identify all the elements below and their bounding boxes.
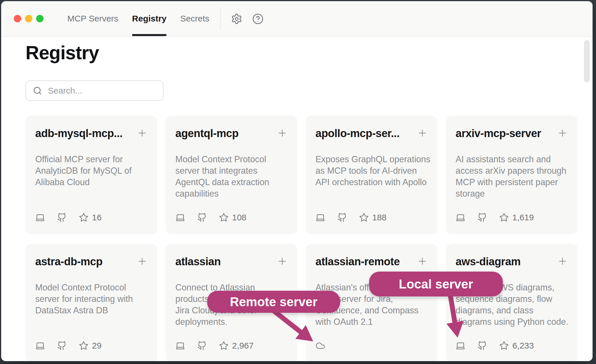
zoom-window-button[interactable]: [36, 15, 44, 22]
add-server-button[interactable]: [557, 128, 568, 139]
github-icon: [477, 213, 487, 222]
laptop-icon: [456, 213, 465, 222]
scrollbar-thumb[interactable]: [584, 40, 590, 82]
github-icon: [57, 213, 67, 222]
github-icon: [337, 213, 347, 222]
server-meta: [315, 341, 325, 351]
tab-label: MCP Servers: [67, 14, 118, 23]
card-header: aws-diagram: [456, 255, 568, 268]
server-type-icons: [175, 341, 207, 351]
tab-secrets[interactable]: Secrets: [180, 1, 209, 36]
star-icon: [219, 341, 229, 351]
star-rating: 188: [359, 213, 387, 222]
close-window-button[interactable]: [14, 15, 21, 22]
active-tab-underline: [132, 34, 166, 36]
server-description: Model Context Protocol server that integ…: [175, 153, 288, 199]
server-name: atlassian: [175, 255, 221, 268]
plus-icon: [137, 128, 148, 139]
star-rating: 6,233: [499, 341, 534, 351]
tab-label: Secrets: [180, 14, 209, 23]
add-server-button[interactable]: [277, 256, 288, 268]
cloud-icon: [315, 341, 325, 351]
server-name: atlassian-remote: [315, 255, 400, 268]
plus-icon: [557, 128, 568, 139]
star-count: 108: [232, 213, 246, 222]
gear-icon: [231, 13, 242, 25]
star-count: 16: [92, 213, 101, 222]
settings-button[interactable]: [231, 13, 242, 25]
plus-icon: [277, 128, 288, 139]
star-count: 6,233: [512, 341, 534, 351]
plus-icon: [137, 256, 148, 267]
card-header: arxiv-mcp-server: [456, 126, 568, 140]
add-server-button[interactable]: [137, 128, 148, 139]
star-icon: [499, 341, 509, 351]
github-icon: [477, 341, 487, 351]
server-meta: 16: [35, 213, 101, 222]
card-header: adb-mysql-mcp...: [35, 126, 148, 140]
tab-registry[interactable]: Registry: [132, 1, 166, 36]
laptop-icon: [315, 213, 325, 222]
server-card[interactable]: apollo-mcp-ser... Exposes GraphQL operat…: [306, 116, 438, 234]
minimize-window-button[interactable]: [25, 15, 32, 22]
star-icon: [79, 213, 89, 222]
search-box[interactable]: [26, 80, 164, 101]
plus-icon: [417, 128, 428, 139]
server-meta: 188: [315, 213, 387, 222]
search-icon: [33, 86, 42, 95]
server-description: AI assistants search and access arXiv pa…: [456, 153, 568, 199]
add-server-button[interactable]: [277, 128, 288, 139]
add-server-button[interactable]: [557, 256, 568, 268]
help-button[interactable]: [252, 13, 264, 25]
server-name: apollo-mcp-ser...: [315, 126, 399, 140]
server-type-icons: [175, 213, 207, 222]
card-header: apollo-mcp-ser...: [315, 126, 428, 140]
server-type-icons: [35, 213, 67, 222]
card-header: astra-db-mcp: [35, 255, 148, 268]
server-meta: 2,967: [175, 341, 254, 351]
server-card[interactable]: arxiv-mcp-server AI assistants search an…: [446, 116, 578, 234]
star-count: 2,967: [232, 341, 254, 351]
search-input[interactable]: [48, 86, 156, 96]
laptop-icon: [456, 341, 465, 351]
plus-icon: [557, 256, 568, 267]
titlebar-divider: [220, 8, 221, 30]
star-count: 1,619: [512, 213, 534, 222]
star-icon: [79, 341, 89, 351]
server-card[interactable]: agentql-mcp Model Context Protocol serve…: [166, 116, 297, 234]
laptop-icon: [35, 341, 45, 351]
star-icon: [219, 213, 229, 222]
server-name: agentql-mcp: [175, 126, 238, 140]
plus-icon: [277, 256, 288, 267]
star-rating: 29: [79, 341, 101, 351]
card-header: agentql-mcp: [175, 126, 288, 140]
laptop-icon: [35, 213, 45, 222]
add-server-button[interactable]: [417, 256, 428, 268]
star-count: 29: [92, 341, 101, 351]
server-card[interactable]: aws-diagram Generate AWS diagrams, seque…: [446, 244, 578, 361]
server-meta: 1,619: [456, 213, 534, 222]
server-card[interactable]: adb-mysql-mcp... Official MCP server for…: [26, 116, 157, 234]
add-server-button[interactable]: [137, 256, 148, 268]
github-icon: [197, 341, 207, 351]
github-icon: [197, 213, 207, 222]
github-icon: [57, 341, 67, 351]
server-type-icons: [315, 341, 325, 351]
server-description: Model Context Protocol server for intera…: [35, 282, 148, 316]
laptop-icon: [175, 213, 185, 222]
page-title: Registry: [26, 42, 99, 64]
server-meta: 29: [35, 341, 101, 351]
server-type-icons: [456, 213, 487, 222]
add-server-button[interactable]: [417, 128, 428, 139]
server-meta: 108: [175, 213, 246, 222]
server-type-icons: [456, 341, 487, 351]
annotation-local-server: Local server: [369, 272, 503, 296]
server-name: astra-db-mcp: [35, 255, 103, 268]
server-description: Exposes GraphQL operations as MCP tools …: [315, 153, 428, 188]
card-grid: adb-mysql-mcp... Official MCP server for…: [26, 116, 578, 361]
server-card[interactable]: astra-db-mcp Model Context Protocol serv…: [26, 244, 157, 361]
tab-mcp-servers[interactable]: MCP Servers: [67, 1, 118, 36]
card-header: atlassian: [175, 255, 288, 268]
star-rating: 16: [79, 213, 101, 222]
star-count: 188: [372, 213, 387, 222]
